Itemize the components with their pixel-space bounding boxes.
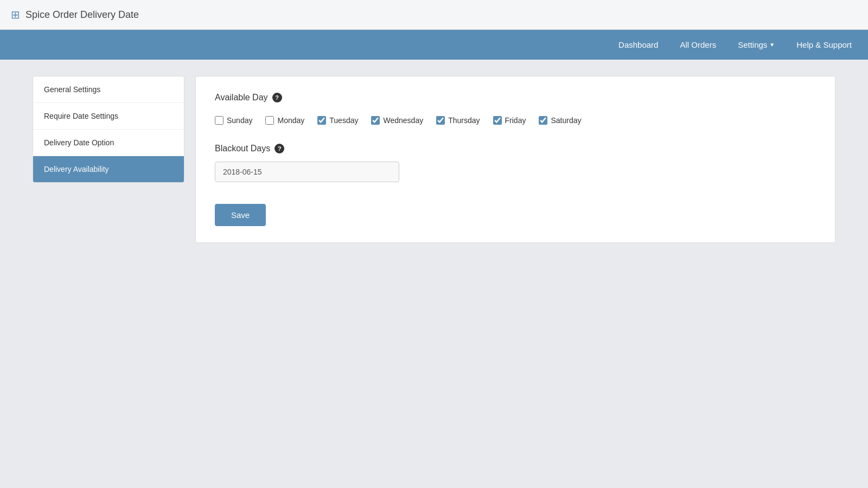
- content-panel: Available Day ? Sunday Monday Tuesday We…: [195, 76, 835, 243]
- save-button[interactable]: Save: [215, 204, 266, 226]
- nav-all-orders[interactable]: All Orders: [680, 40, 716, 49]
- settings-dropdown-arrow: ▼: [769, 42, 775, 48]
- nav-dashboard[interactable]: Dashboard: [618, 40, 658, 49]
- blackout-days-help-icon[interactable]: ?: [275, 144, 284, 153]
- available-day-help-icon[interactable]: ?: [272, 93, 282, 102]
- blackout-days-input[interactable]: [215, 162, 399, 182]
- day-monday-label: Monday: [277, 116, 304, 125]
- settings-label: Settings: [738, 40, 767, 49]
- nav-help-support[interactable]: Help & Support: [796, 40, 852, 49]
- available-day-section-title: Available Day ?: [215, 93, 816, 102]
- nav-settings[interactable]: Settings ▼: [738, 40, 775, 49]
- day-friday-label: Friday: [505, 116, 526, 125]
- day-tuesday[interactable]: Tuesday: [317, 116, 358, 125]
- checkbox-wednesday[interactable]: [371, 116, 380, 125]
- title-bar: ⊞ Spice Order Delivery Date: [0, 0, 868, 30]
- day-saturday-label: Saturday: [551, 116, 581, 125]
- sidebar-item-require-date-settings[interactable]: Require Date Settings: [33, 103, 184, 130]
- day-friday[interactable]: Friday: [493, 116, 526, 125]
- blackout-days-title: Blackout Days ?: [215, 144, 816, 153]
- day-thursday[interactable]: Thursday: [436, 116, 480, 125]
- day-thursday-label: Thursday: [448, 116, 480, 125]
- sidebar-item-general-settings[interactable]: General Settings: [33, 76, 184, 103]
- checkbox-friday[interactable]: [493, 116, 502, 125]
- blackout-days-section: Blackout Days ?: [215, 144, 816, 182]
- day-sunday[interactable]: Sunday: [215, 116, 252, 125]
- sidebar-item-delivery-date-option[interactable]: Delivery Date Option: [33, 130, 184, 156]
- day-tuesday-label: Tuesday: [329, 116, 358, 125]
- sidebar-item-delivery-availability[interactable]: Delivery Availability: [33, 156, 184, 182]
- blackout-days-label: Blackout Days: [215, 144, 270, 153]
- checkbox-monday[interactable]: [265, 116, 274, 125]
- day-wednesday-label: Wednesday: [383, 116, 423, 125]
- day-monday[interactable]: Monday: [265, 116, 304, 125]
- available-day-title: Available Day: [215, 93, 268, 102]
- checkbox-thursday[interactable]: [436, 116, 445, 125]
- day-sunday-label: Sunday: [227, 116, 252, 125]
- checkbox-tuesday[interactable]: [317, 116, 326, 125]
- checkbox-sunday[interactable]: [215, 116, 224, 125]
- checkbox-saturday[interactable]: [539, 116, 547, 125]
- main-content: General Settings Require Date Settings D…: [0, 60, 868, 259]
- day-saturday[interactable]: Saturday: [539, 116, 581, 125]
- navbar: Dashboard All Orders Settings ▼ Help & S…: [0, 30, 868, 60]
- days-row: Sunday Monday Tuesday Wednesday Thursday…: [215, 116, 816, 125]
- day-wednesday[interactable]: Wednesday: [371, 116, 423, 125]
- sidebar: General Settings Require Date Settings D…: [33, 76, 184, 183]
- app-title: Spice Order Delivery Date: [25, 9, 139, 21]
- app-icon: ⊞: [11, 8, 20, 21]
